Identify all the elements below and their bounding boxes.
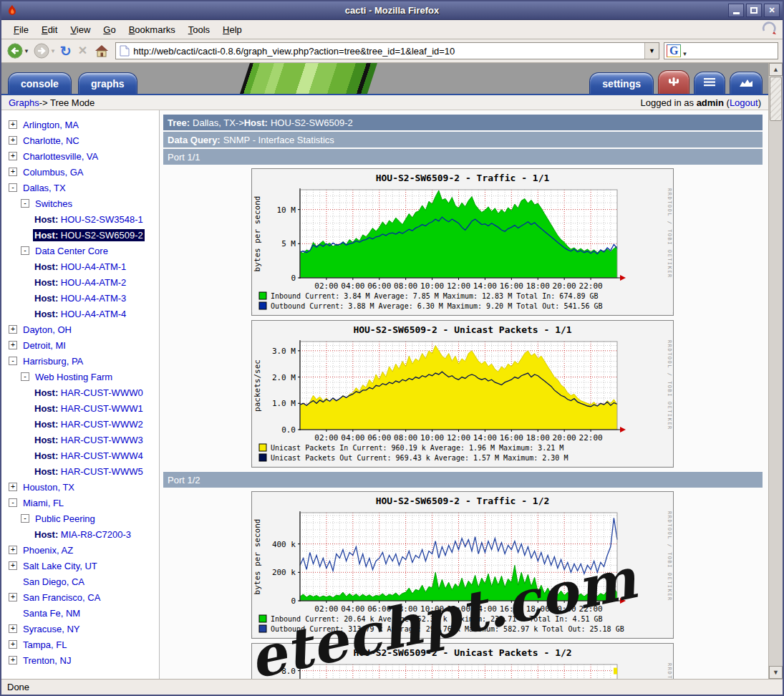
url-dropdown-button[interactable]: ▼ — [644, 43, 659, 59]
sidebar-tree-item[interactable]: +Tampa, FL — [1, 637, 159, 652]
collapse-icon[interactable]: - — [9, 183, 17, 192]
sidebar-host-item[interactable]: Host: HOU-A4-ATM-4 — [1, 306, 159, 322]
expand-icon[interactable]: + — [9, 341, 17, 349]
expand-icon[interactable]: + — [9, 640, 17, 649]
sidebar-tree-item[interactable]: -Web Hosting Farm — [1, 369, 159, 385]
close-button[interactable]: ✕ — [764, 4, 780, 17]
collapse-icon[interactable]: - — [21, 372, 29, 381]
sidebar-tree-item[interactable]: -Switches — [1, 195, 159, 211]
list-view-tab[interactable] — [694, 72, 725, 94]
sidebar-tree-item[interactable]: San Diego, CA — [1, 574, 159, 589]
unicast-packets-1-1-graph[interactable]: HOU-S2-SW6509-2 - Unicast Packets - 1/1p… — [251, 320, 674, 468]
svg-text:20:00: 20:00 — [553, 433, 576, 443]
expand-icon[interactable]: + — [9, 168, 17, 176]
expand-icon[interactable]: + — [9, 120, 17, 129]
sidebar-tree-item[interactable]: +Charlottesville, VA — [1, 148, 159, 164]
sidebar-tree-item[interactable]: +Arlington, MA — [1, 117, 159, 132]
sidebar-tree-item[interactable]: +Dayton, OH — [1, 322, 159, 337]
tree-view-tab[interactable] — [658, 70, 689, 94]
sidebar-tree-item[interactable]: +Detroit, MI — [1, 337, 159, 353]
collapse-icon[interactable]: - — [21, 199, 29, 208]
svg-text:HOU-S2-SW6509-2 - Unicast Pack: HOU-S2-SW6509-2 - Unicast Packets - 1/1 — [353, 324, 571, 335]
preview-graphs-tab[interactable] — [730, 72, 763, 94]
sidebar-tree-item[interactable]: +Trenton, NJ — [1, 652, 159, 668]
back-dropdown-arrow[interactable]: ▼ — [24, 48, 29, 54]
sidebar-tree-item[interactable]: -Dallas, TX — [1, 180, 159, 195]
svg-text:10:00: 10:00 — [420, 281, 444, 291]
expand-icon[interactable]: + — [9, 136, 17, 145]
menu-bookmarks[interactable]: Bookmarks — [122, 21, 182, 38]
sidebar-host-item[interactable]: Host: HAR-CUST-WWW3 — [1, 432, 159, 448]
sidebar-tree-item[interactable]: -Miami, FL — [1, 495, 159, 511]
scrollbar-track[interactable] — [769, 122, 783, 666]
sidebar-host-item[interactable]: Host: HAR-CUST-WWW0 — [1, 385, 159, 400]
sidebar-host-item[interactable]: Host: HOU-A4-ATM-2 — [1, 274, 159, 290]
traffic-1-2-graph[interactable]: HOU-S2-SW6509-2 - Traffic - 1/2bytes per… — [251, 491, 674, 639]
search-engine-dropdown[interactable]: ▼ — [682, 51, 687, 57]
back-button[interactable]: ▼ — [6, 42, 31, 60]
expand-icon[interactable]: + — [9, 561, 17, 570]
menu-go[interactable]: Go — [97, 21, 122, 38]
search-box[interactable]: G ▼ — [664, 42, 778, 59]
sidebar-host-item[interactable]: Host: HOU-A4-ATM-1 — [1, 258, 159, 274]
search-input[interactable] — [687, 46, 784, 57]
expand-icon[interactable]: + — [9, 483, 17, 491]
collapse-icon[interactable]: - — [21, 514, 29, 523]
reload-button[interactable]: ↻ — [59, 43, 73, 59]
sidebar-host-item[interactable]: Host: HAR-CUST-WWW1 — [1, 400, 159, 416]
menu-view[interactable]: View — [64, 21, 97, 38]
home-button[interactable] — [92, 42, 111, 59]
menu-tools[interactable]: Tools — [182, 21, 216, 38]
expand-icon[interactable]: + — [9, 656, 17, 664]
collapse-icon[interactable]: - — [21, 246, 29, 255]
minimize-button[interactable] — [728, 4, 744, 17]
sidebar-tree-item[interactable]: +Columbus, GA — [1, 164, 159, 180]
sidebar-tree-item[interactable]: -Public Peering — [1, 511, 159, 526]
url-input[interactable] — [133, 46, 644, 57]
stop-icon: ✕ — [76, 45, 89, 57]
menu-help[interactable]: Help — [216, 21, 248, 38]
menu-file[interactable]: File — [7, 21, 35, 38]
sidebar-host-item[interactable]: Host: HAR-CUST-WWW5 — [1, 463, 159, 479]
logout-link[interactable]: Logout — [730, 97, 758, 108]
tab-settings[interactable]: settings — [589, 72, 654, 94]
expand-icon[interactable]: + — [9, 593, 17, 601]
sidebar-host-item[interactable]: Host: HOU-S2-SW3548-1 — [1, 211, 159, 227]
expand-icon[interactable]: + — [9, 152, 17, 160]
sidebar-tree-item[interactable]: +Houston, TX — [1, 479, 159, 495]
expand-icon[interactable]: + — [9, 624, 17, 633]
sidebar-tree-item[interactable]: +Syracuse, NY — [1, 621, 159, 637]
collapse-icon[interactable]: - — [9, 498, 17, 507]
sidebar-tree-item[interactable]: Santa Fe, NM — [1, 605, 159, 621]
sidebar-host-item[interactable]: Host: HAR-CUST-WWW2 — [1, 416, 159, 432]
sidebar-tree-item[interactable]: +San Francisco, CA — [1, 589, 159, 605]
sidebar-host-item[interactable]: Host: HAR-CUST-WWW4 — [1, 448, 159, 463]
url-bar[interactable]: ▼ — [115, 42, 659, 59]
svg-text:06:00: 06:00 — [367, 604, 391, 614]
scroll-up-arrow[interactable]: ▲ — [769, 63, 783, 76]
unicast-packets-1-2-graph[interactable]: HOU-S2-SW6509-2 - Unicast Packets - 1/28… — [251, 643, 674, 679]
sidebar-host-item[interactable]: Host: HOU-A4-ATM-3 — [1, 290, 159, 306]
sidebar-host-item[interactable]: Host: MIA-R8-C7200-3 — [1, 526, 159, 542]
sidebar-tree-item[interactable]: -Data Center Core — [1, 243, 159, 258]
data-query-bar: Data Query: SNMP - Interface Statistics — [163, 132, 763, 148]
traffic-1-1-graph[interactable]: HOU-S2-SW6509-2 - Traffic - 1/1bytes per… — [251, 168, 674, 316]
sidebar-tree-item[interactable]: +Salt Lake City, UT — [1, 558, 159, 574]
expand-icon[interactable]: + — [9, 325, 17, 334]
menu-edit[interactable]: Edit — [35, 21, 64, 38]
maximize-button[interactable] — [746, 4, 762, 17]
collapse-icon[interactable]: - — [9, 357, 17, 365]
scroll-down-arrow[interactable]: ▼ — [769, 666, 783, 679]
tab-graphs[interactable]: graphs — [78, 72, 137, 94]
scrollbar-thumb[interactable] — [770, 77, 782, 121]
svg-text:HOU-S2-SW6509-2 - Traffic - 1/: HOU-S2-SW6509-2 - Traffic - 1/1 — [376, 173, 550, 183]
sidebar-host-item[interactable]: Host: HOU-S2-SW6509-2 — [1, 227, 159, 243]
tab-console[interactable]: console — [8, 72, 72, 94]
breadcrumb-graphs-link[interactable]: Graphs — [9, 97, 39, 108]
expand-icon[interactable]: + — [9, 546, 17, 554]
svg-text:02:00: 02:00 — [314, 604, 338, 614]
vertical-scrollbar[interactable]: ▲ ▼ — [768, 63, 783, 679]
sidebar-tree-item[interactable]: -Harrisburg, PA — [1, 353, 159, 369]
sidebar-tree-item[interactable]: +Charlotte, NC — [1, 132, 159, 148]
sidebar-tree-item[interactable]: +Phoenix, AZ — [1, 542, 159, 558]
